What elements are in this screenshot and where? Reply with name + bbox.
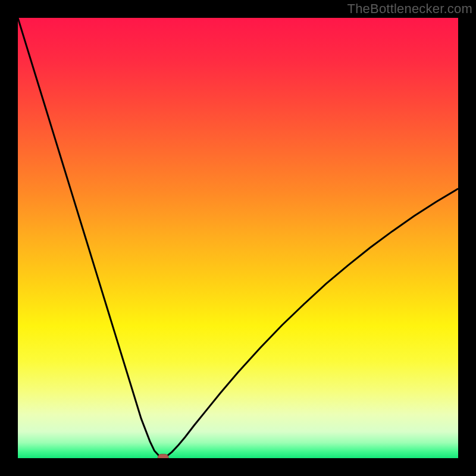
attribution-label: TheBottlenecker.com xyxy=(347,1,472,17)
optimal-marker xyxy=(158,454,168,458)
chart-frame: TheBottlenecker.com xyxy=(0,0,476,476)
gradient-background xyxy=(18,18,458,458)
bottleneck-chart xyxy=(18,18,458,458)
